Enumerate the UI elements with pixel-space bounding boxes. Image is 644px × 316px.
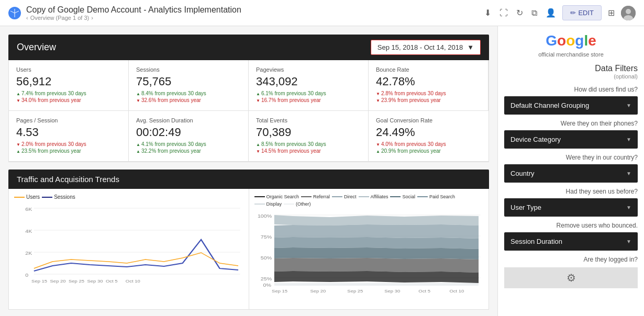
- svg-text:Oct 10: Oct 10: [449, 289, 464, 294]
- filter-question-5: Are they logged in?: [504, 256, 638, 263]
- metric-change-4-0: 2.0% from previous 30 days: [16, 141, 121, 147]
- google-logo: Google: [504, 32, 638, 49]
- dropdown-arrow-channel: ▼: [626, 103, 631, 108]
- metric-value-4: 4.53: [16, 126, 121, 139]
- user-avatar[interactable]: [621, 6, 636, 20]
- svg-text:50%: 50%: [260, 255, 272, 261]
- svg-marker-32: [274, 271, 478, 283]
- stacked-chart-svg: 100% 75% 50% 25% 0%: [254, 210, 484, 304]
- metric-value-5: 00:02:49: [136, 126, 241, 139]
- pencil-icon: ✏: [570, 9, 576, 17]
- metric-cell-0: Users56,912 7.4% from previous 30 days 3…: [9, 60, 129, 111]
- metric-change-1-0: 8.4% from previous 30 days: [136, 91, 241, 96]
- arrow-up-icon: [136, 141, 140, 147]
- metric-label-3: Bounce Rate: [376, 66, 481, 73]
- filter-label-channel: Default Channel Grouping: [510, 101, 589, 109]
- arrow-down-icon: [256, 97, 260, 103]
- stacked-chart-legend: Organic Search Referral Direct Affiliate…: [254, 194, 484, 207]
- metric-cell-7: Goal Conversion Rate24.49% 4.0% from pre…: [369, 111, 488, 162]
- stacked-chart: Organic Search Referral Direct Affiliate…: [249, 189, 489, 309]
- edit-button[interactable]: ✏ EDIT: [562, 5, 602, 20]
- metric-cell-5: Avg. Session Duration00:02:49 4.1% from …: [129, 111, 249, 162]
- header-actions: ⬇ ⛶ ↻ ⧉ 👤 ✏ EDIT ⊞: [482, 5, 636, 20]
- svg-text:0: 0: [25, 273, 28, 278]
- breadcrumb: ‹ Overview (Page 1 of 3) ›: [26, 15, 241, 21]
- filter-dropdown-usertype[interactable]: User Type ▼: [504, 198, 638, 217]
- line-chart: Users Sessions 6K 4K 2K 0: [9, 189, 249, 309]
- sidebar: Google official merchandise store Data F…: [497, 26, 644, 316]
- legend-referral: Referral: [301, 194, 330, 199]
- metric-label-2: Pageviews: [256, 66, 361, 73]
- svg-text:2K: 2K: [25, 251, 32, 256]
- metric-label-4: Pages / Session: [16, 117, 121, 123]
- legend-sessions: Sessions: [42, 194, 75, 200]
- svg-marker-27: [274, 215, 478, 225]
- download-button[interactable]: ⬇: [482, 6, 493, 20]
- refresh-button[interactable]: ↻: [514, 6, 525, 20]
- metric-cell-2: Pageviews343,092 6.1% from previous 30 d…: [249, 60, 369, 111]
- metric-change-0-1: 34.0% from previous year: [16, 97, 121, 103]
- metric-label-1: Sessions: [136, 66, 241, 73]
- arrow-down-icon: [376, 141, 380, 147]
- filter-dropdown-channel[interactable]: Default Channel Grouping ▼: [504, 96, 638, 115]
- metric-cell-1: Sessions75,765 8.4% from previous 30 day…: [129, 60, 249, 111]
- metric-change-6-0: 8.5% from previous 30 days: [256, 141, 361, 147]
- overview-header: Overview Sep 15, 2018 - Oct 14, 2018 ▼: [8, 35, 489, 60]
- traffic-title: Traffic and Acquisition Trends: [17, 175, 119, 184]
- metric-change-5-1: 32.2% from previous year: [136, 148, 241, 154]
- metric-label-6: Total Events: [256, 117, 361, 123]
- filter-label-usertype: User Type: [510, 204, 541, 211]
- filter-question-2: Were they in our country?: [504, 154, 638, 161]
- charts-container: Users Sessions 6K 4K 2K 0: [8, 189, 489, 310]
- svg-marker-30: [274, 247, 478, 259]
- chevron-left-icon: ‹: [26, 15, 28, 21]
- svg-text:Sep 25: Sep 25: [347, 289, 363, 294]
- gear-icon[interactable]: ⚙: [567, 272, 576, 284]
- dropdown-arrow-country: ▼: [626, 171, 631, 176]
- share-button[interactable]: 👤: [543, 6, 558, 20]
- svg-text:Sep 20: Sep 20: [310, 289, 326, 294]
- svg-text:4K: 4K: [25, 229, 32, 234]
- app-logo: [8, 7, 21, 19]
- filter-dropdown-country[interactable]: Country ▼: [504, 164, 638, 183]
- metric-change-3-1: 23.9% from previous year: [376, 97, 481, 103]
- svg-marker-31: [274, 258, 478, 273]
- chevron-right-icon: ›: [91, 15, 93, 21]
- gear-section: ⚙: [504, 267, 638, 288]
- line-chart-svg: 6K 4K 2K 0 Sep 15 Sep 20 Sep 2: [14, 203, 243, 297]
- metric-change-3-0: 2.8% from previous 30 days: [376, 91, 481, 96]
- metric-value-0: 56,912: [16, 75, 121, 88]
- arrow-down-icon: [16, 141, 20, 147]
- date-range-selector[interactable]: Sep 15, 2018 - Oct 14, 2018 ▼: [371, 40, 481, 55]
- legend-social: Social: [390, 194, 415, 199]
- data-filters-title: Data Filters: [504, 64, 638, 73]
- svg-text:6K: 6K: [25, 207, 32, 212]
- filter-dropdown-device[interactable]: Device Category ▼: [504, 130, 638, 149]
- filter-dropdown-session[interactable]: Session Duration ▼: [504, 232, 638, 251]
- arrow-down-icon: [376, 97, 380, 103]
- legend-display: Display: [254, 201, 282, 207]
- arrow-down-icon: [256, 148, 260, 154]
- sidebar-content: Google official merchandise store Data F…: [498, 26, 644, 295]
- date-range-value: Sep 15, 2018 - Oct 14, 2018: [377, 43, 463, 51]
- metric-change-2-0: 6.1% from previous 30 days: [256, 91, 361, 96]
- metric-cell-3: Bounce Rate42.78% 2.8% from previous 30 …: [369, 60, 488, 111]
- arrow-up-icon: [256, 141, 260, 147]
- fullscreen-button[interactable]: ⛶: [497, 6, 510, 20]
- metric-change-6-1: 14.5% from previous year: [256, 148, 361, 154]
- traffic-header: Traffic and Acquisition Trends: [8, 170, 489, 189]
- dropdown-arrow-icon: ▼: [467, 43, 474, 51]
- metric-value-6: 70,389: [256, 126, 361, 139]
- svg-text:Oct 10: Oct 10: [126, 279, 140, 284]
- data-filters-subtitle: (optional): [504, 73, 638, 80]
- arrow-down-icon: [376, 91, 380, 96]
- grid-icon[interactable]: ⊞: [606, 6, 617, 20]
- svg-text:Sep 30: Sep 30: [384, 289, 400, 294]
- page-title: Copy of Google Demo Account - Analytics …: [26, 5, 241, 15]
- arrow-up-icon: [376, 148, 380, 154]
- metric-change-0-0: 7.4% from previous 30 days: [16, 91, 121, 96]
- main-layout: Overview Sep 15, 2018 - Oct 14, 2018 ▼ U…: [0, 26, 644, 316]
- legend-direct: Direct: [332, 194, 357, 199]
- copy-button[interactable]: ⧉: [529, 6, 539, 20]
- svg-text:100%: 100%: [257, 213, 271, 219]
